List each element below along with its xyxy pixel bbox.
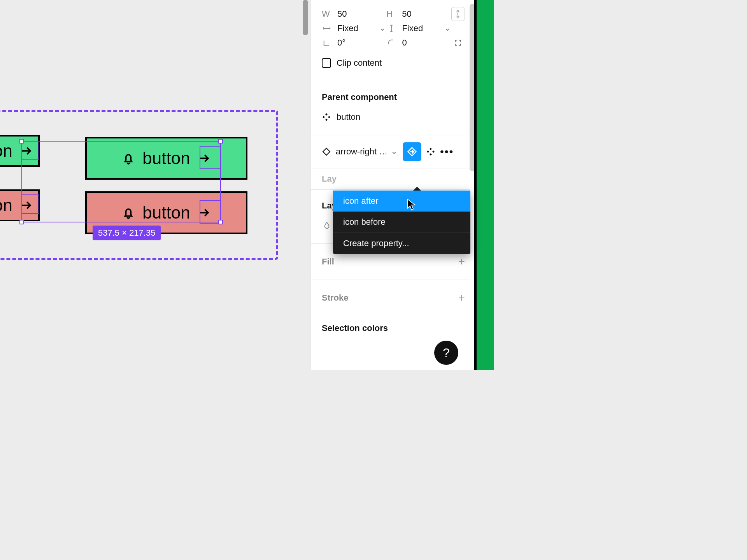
clip-content-checkbox[interactable] (322, 58, 331, 68)
height-input[interactable]: 50 (402, 9, 451, 19)
corner-radius-input[interactable]: 0 (402, 38, 451, 48)
help-button[interactable]: ? (434, 341, 458, 365)
dimensions-section: W 50 H 50 Fixed Fixed (311, 0, 476, 81)
button-variant-small-red[interactable]: on (0, 189, 40, 221)
link-dimensions-icon[interactable] (451, 7, 465, 21)
parent-component-name[interactable]: button (337, 112, 465, 122)
bell-icon (121, 206, 135, 220)
height-label: H (386, 9, 396, 19)
cursor-icon (407, 198, 417, 212)
parent-component-title: Parent component (322, 88, 465, 106)
chevron-down-icon (444, 25, 451, 32)
rotation-input[interactable]: 0° (337, 38, 386, 48)
stroke-section: Stroke + (311, 280, 476, 316)
button-text: on (0, 196, 12, 215)
canvas[interactable]: on button on button (0, 0, 310, 370)
horizontal-sizing-select[interactable]: Fixed (337, 23, 374, 33)
button-text: button (142, 149, 190, 168)
vertical-sizing-select[interactable]: Fixed (402, 23, 438, 33)
arrow-right-icon (19, 198, 33, 212)
property-dropdown[interactable]: icon after icon before Create property..… (333, 191, 470, 254)
arrow-right-icon (197, 206, 211, 220)
selection-dimensions-badge: 537.5 × 217.35 (93, 226, 161, 240)
vertical-resize-icon (386, 23, 396, 33)
selection-colors-title: Selection colors (322, 319, 388, 337)
add-fill-button[interactable]: + (458, 255, 465, 268)
clip-content-label: Clip content (337, 58, 382, 68)
apply-instance-swap-button[interactable] (403, 142, 421, 161)
independent-corners-icon[interactable] (451, 36, 465, 50)
button-variant-large-green[interactable]: button (85, 137, 247, 180)
component-set-icon[interactable] (426, 147, 435, 156)
dropdown-item-icon-before[interactable]: icon before (333, 212, 470, 233)
layout-section-partial: Lay (311, 168, 476, 190)
width-label: W (322, 9, 332, 19)
button-text: on (0, 141, 12, 161)
angle-icon (322, 38, 332, 48)
background-strip (477, 0, 494, 370)
instance-icon (322, 147, 331, 156)
dropdown-item-create-property[interactable]: Create property... (333, 233, 470, 254)
dropdown-item-icon-after[interactable]: icon after (333, 191, 470, 212)
more-options-button[interactable]: ••• (440, 145, 454, 158)
component-icon (322, 112, 331, 122)
help-label: ? (443, 346, 450, 360)
button-text: button (142, 203, 190, 222)
bell-icon (121, 151, 135, 165)
width-input[interactable]: 50 (337, 9, 386, 19)
add-stroke-button[interactable]: + (458, 291, 465, 304)
scrollbar[interactable] (303, 0, 308, 35)
instance-swap-section: arrow-right … ••• (311, 135, 476, 168)
blend-mode-icon (322, 220, 332, 231)
horizontal-resize-icon (322, 23, 332, 33)
fill-title: Fill (322, 253, 334, 271)
arrow-right-icon (197, 151, 211, 165)
corner-radius-icon (386, 38, 396, 48)
instance-swap-select[interactable]: arrow-right … (336, 147, 386, 157)
chevron-down-icon (379, 25, 386, 32)
selection-colors-section: Selection colors (311, 316, 476, 340)
properties-panel: W 50 H 50 Fixed Fixed (310, 0, 476, 370)
stroke-title: Stroke (322, 289, 348, 307)
parent-component-section: Parent component button (311, 81, 476, 135)
section-title-partial: Lay (322, 174, 337, 184)
chevron-down-icon (391, 148, 398, 155)
arrow-right-icon (19, 144, 33, 158)
button-variant-small-green[interactable]: on (0, 135, 40, 167)
